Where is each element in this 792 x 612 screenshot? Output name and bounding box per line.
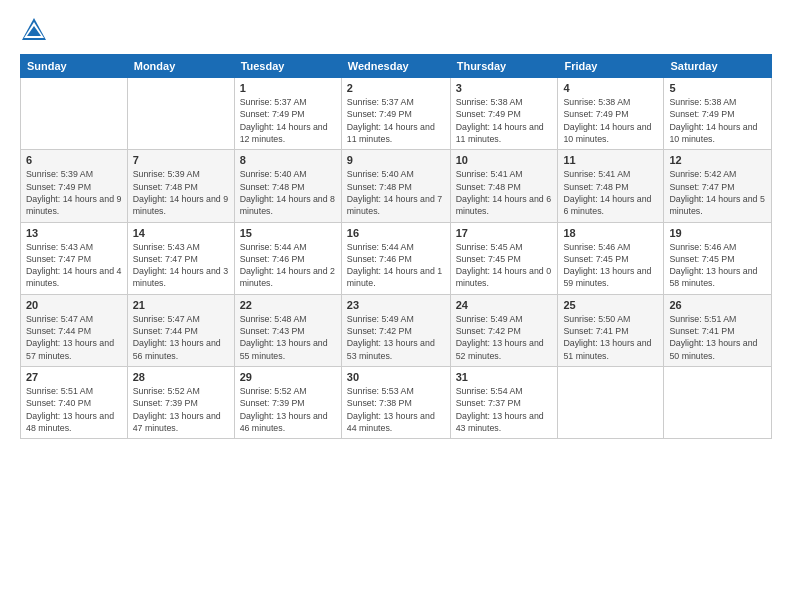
day-detail: Sunrise: 5:46 AM Sunset: 7:45 PM Dayligh…	[563, 241, 658, 290]
day-of-week-header: Tuesday	[234, 55, 341, 78]
calendar-cell: 23Sunrise: 5:49 AM Sunset: 7:42 PM Dayli…	[341, 294, 450, 366]
day-detail: Sunrise: 5:49 AM Sunset: 7:42 PM Dayligh…	[347, 313, 445, 362]
day-of-week-header: Sunday	[21, 55, 128, 78]
day-of-week-header: Saturday	[664, 55, 772, 78]
day-detail: Sunrise: 5:40 AM Sunset: 7:48 PM Dayligh…	[240, 168, 336, 217]
day-number: 3	[456, 82, 553, 94]
day-number: 26	[669, 299, 766, 311]
calendar-cell: 30Sunrise: 5:53 AM Sunset: 7:38 PM Dayli…	[341, 367, 450, 439]
calendar-cell: 21Sunrise: 5:47 AM Sunset: 7:44 PM Dayli…	[127, 294, 234, 366]
calendar-header-row: SundayMondayTuesdayWednesdayThursdayFrid…	[21, 55, 772, 78]
calendar-cell: 25Sunrise: 5:50 AM Sunset: 7:41 PM Dayli…	[558, 294, 664, 366]
calendar-week-row: 13Sunrise: 5:43 AM Sunset: 7:47 PM Dayli…	[21, 222, 772, 294]
day-detail: Sunrise: 5:39 AM Sunset: 7:49 PM Dayligh…	[26, 168, 122, 217]
day-of-week-header: Monday	[127, 55, 234, 78]
calendar-cell	[127, 78, 234, 150]
calendar-week-row: 6Sunrise: 5:39 AM Sunset: 7:49 PM Daylig…	[21, 150, 772, 222]
calendar-cell: 13Sunrise: 5:43 AM Sunset: 7:47 PM Dayli…	[21, 222, 128, 294]
day-number: 15	[240, 227, 336, 239]
day-detail: Sunrise: 5:46 AM Sunset: 7:45 PM Dayligh…	[669, 241, 766, 290]
calendar-cell: 8Sunrise: 5:40 AM Sunset: 7:48 PM Daylig…	[234, 150, 341, 222]
calendar-cell: 6Sunrise: 5:39 AM Sunset: 7:49 PM Daylig…	[21, 150, 128, 222]
day-detail: Sunrise: 5:50 AM Sunset: 7:41 PM Dayligh…	[563, 313, 658, 362]
day-detail: Sunrise: 5:54 AM Sunset: 7:37 PM Dayligh…	[456, 385, 553, 434]
logo-icon	[20, 16, 48, 44]
calendar-cell: 9Sunrise: 5:40 AM Sunset: 7:48 PM Daylig…	[341, 150, 450, 222]
day-detail: Sunrise: 5:52 AM Sunset: 7:39 PM Dayligh…	[133, 385, 229, 434]
day-number: 14	[133, 227, 229, 239]
day-number: 27	[26, 371, 122, 383]
day-number: 29	[240, 371, 336, 383]
calendar-cell: 14Sunrise: 5:43 AM Sunset: 7:47 PM Dayli…	[127, 222, 234, 294]
day-detail: Sunrise: 5:47 AM Sunset: 7:44 PM Dayligh…	[26, 313, 122, 362]
calendar-cell: 31Sunrise: 5:54 AM Sunset: 7:37 PM Dayli…	[450, 367, 558, 439]
day-detail: Sunrise: 5:52 AM Sunset: 7:39 PM Dayligh…	[240, 385, 336, 434]
day-number: 9	[347, 154, 445, 166]
header	[20, 16, 772, 44]
day-number: 25	[563, 299, 658, 311]
calendar-cell: 20Sunrise: 5:47 AM Sunset: 7:44 PM Dayli…	[21, 294, 128, 366]
calendar-cell: 24Sunrise: 5:49 AM Sunset: 7:42 PM Dayli…	[450, 294, 558, 366]
day-number: 19	[669, 227, 766, 239]
day-number: 21	[133, 299, 229, 311]
day-number: 4	[563, 82, 658, 94]
day-number: 24	[456, 299, 553, 311]
day-detail: Sunrise: 5:41 AM Sunset: 7:48 PM Dayligh…	[563, 168, 658, 217]
calendar-cell: 15Sunrise: 5:44 AM Sunset: 7:46 PM Dayli…	[234, 222, 341, 294]
day-number: 1	[240, 82, 336, 94]
day-detail: Sunrise: 5:53 AM Sunset: 7:38 PM Dayligh…	[347, 385, 445, 434]
day-number: 31	[456, 371, 553, 383]
day-detail: Sunrise: 5:44 AM Sunset: 7:46 PM Dayligh…	[240, 241, 336, 290]
calendar-cell: 12Sunrise: 5:42 AM Sunset: 7:47 PM Dayli…	[664, 150, 772, 222]
calendar-cell	[664, 367, 772, 439]
day-detail: Sunrise: 5:40 AM Sunset: 7:48 PM Dayligh…	[347, 168, 445, 217]
day-number: 13	[26, 227, 122, 239]
calendar-cell: 10Sunrise: 5:41 AM Sunset: 7:48 PM Dayli…	[450, 150, 558, 222]
day-number: 6	[26, 154, 122, 166]
calendar-cell: 17Sunrise: 5:45 AM Sunset: 7:45 PM Dayli…	[450, 222, 558, 294]
calendar-table: SundayMondayTuesdayWednesdayThursdayFrid…	[20, 54, 772, 439]
day-of-week-header: Thursday	[450, 55, 558, 78]
day-number: 18	[563, 227, 658, 239]
day-number: 28	[133, 371, 229, 383]
calendar-cell: 4Sunrise: 5:38 AM Sunset: 7:49 PM Daylig…	[558, 78, 664, 150]
day-detail: Sunrise: 5:44 AM Sunset: 7:46 PM Dayligh…	[347, 241, 445, 290]
day-number: 17	[456, 227, 553, 239]
calendar-cell: 29Sunrise: 5:52 AM Sunset: 7:39 PM Dayli…	[234, 367, 341, 439]
calendar-cell: 5Sunrise: 5:38 AM Sunset: 7:49 PM Daylig…	[664, 78, 772, 150]
calendar-cell: 16Sunrise: 5:44 AM Sunset: 7:46 PM Dayli…	[341, 222, 450, 294]
day-detail: Sunrise: 5:37 AM Sunset: 7:49 PM Dayligh…	[240, 96, 336, 145]
calendar-cell: 18Sunrise: 5:46 AM Sunset: 7:45 PM Dayli…	[558, 222, 664, 294]
day-detail: Sunrise: 5:38 AM Sunset: 7:49 PM Dayligh…	[669, 96, 766, 145]
day-detail: Sunrise: 5:43 AM Sunset: 7:47 PM Dayligh…	[133, 241, 229, 290]
day-number: 23	[347, 299, 445, 311]
calendar-cell: 26Sunrise: 5:51 AM Sunset: 7:41 PM Dayli…	[664, 294, 772, 366]
day-number: 2	[347, 82, 445, 94]
calendar-cell: 1Sunrise: 5:37 AM Sunset: 7:49 PM Daylig…	[234, 78, 341, 150]
day-of-week-header: Friday	[558, 55, 664, 78]
day-detail: Sunrise: 5:51 AM Sunset: 7:41 PM Dayligh…	[669, 313, 766, 362]
day-detail: Sunrise: 5:38 AM Sunset: 7:49 PM Dayligh…	[563, 96, 658, 145]
calendar-cell: 11Sunrise: 5:41 AM Sunset: 7:48 PM Dayli…	[558, 150, 664, 222]
calendar-week-row: 27Sunrise: 5:51 AM Sunset: 7:40 PM Dayli…	[21, 367, 772, 439]
calendar-cell: 28Sunrise: 5:52 AM Sunset: 7:39 PM Dayli…	[127, 367, 234, 439]
calendar-cell: 19Sunrise: 5:46 AM Sunset: 7:45 PM Dayli…	[664, 222, 772, 294]
day-detail: Sunrise: 5:37 AM Sunset: 7:49 PM Dayligh…	[347, 96, 445, 145]
day-number: 16	[347, 227, 445, 239]
page: SundayMondayTuesdayWednesdayThursdayFrid…	[0, 0, 792, 612]
day-detail: Sunrise: 5:47 AM Sunset: 7:44 PM Dayligh…	[133, 313, 229, 362]
day-number: 22	[240, 299, 336, 311]
calendar-cell	[558, 367, 664, 439]
calendar-cell: 27Sunrise: 5:51 AM Sunset: 7:40 PM Dayli…	[21, 367, 128, 439]
day-detail: Sunrise: 5:45 AM Sunset: 7:45 PM Dayligh…	[456, 241, 553, 290]
day-number: 12	[669, 154, 766, 166]
logo	[20, 16, 52, 44]
day-number: 8	[240, 154, 336, 166]
calendar-cell: 22Sunrise: 5:48 AM Sunset: 7:43 PM Dayli…	[234, 294, 341, 366]
calendar-cell	[21, 78, 128, 150]
day-detail: Sunrise: 5:42 AM Sunset: 7:47 PM Dayligh…	[669, 168, 766, 217]
calendar-cell: 7Sunrise: 5:39 AM Sunset: 7:48 PM Daylig…	[127, 150, 234, 222]
day-detail: Sunrise: 5:38 AM Sunset: 7:49 PM Dayligh…	[456, 96, 553, 145]
day-number: 7	[133, 154, 229, 166]
calendar-cell: 3Sunrise: 5:38 AM Sunset: 7:49 PM Daylig…	[450, 78, 558, 150]
